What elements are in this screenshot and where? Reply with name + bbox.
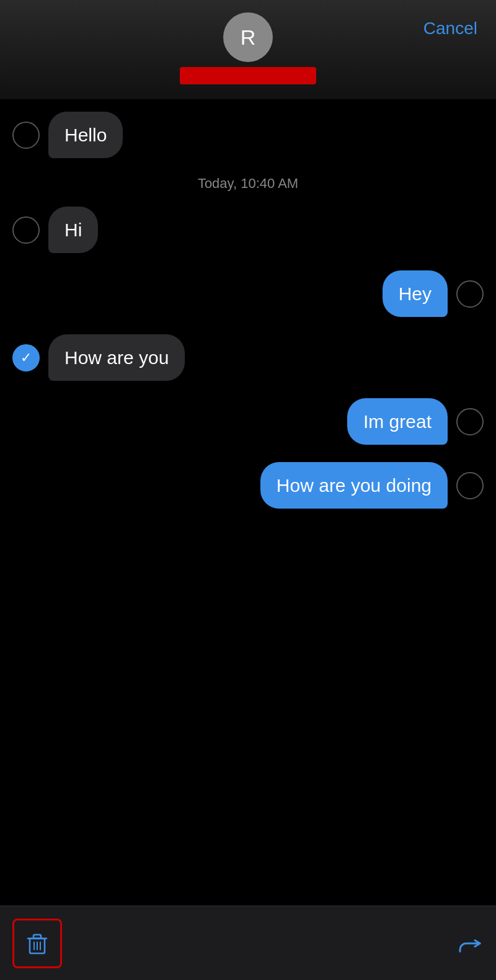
- timestamp: Today, 10:40 AM: [0, 176, 496, 192]
- table-row: Hi: [0, 207, 496, 253]
- select-circle-msg3[interactable]: [456, 280, 484, 308]
- avatar: R: [223, 12, 273, 62]
- delete-button[interactable]: [12, 919, 62, 968]
- message-bubble-msg2[interactable]: Hi: [48, 207, 98, 253]
- message-bubble-msg3[interactable]: Hey: [383, 270, 448, 317]
- table-row: Im great: [0, 398, 496, 445]
- select-circle-msg1[interactable]: [12, 122, 40, 149]
- share-icon: [453, 928, 484, 959]
- message-bubble-msg6[interactable]: How are you doing: [260, 462, 448, 509]
- message-text: How are you: [64, 347, 169, 368]
- message-text: How are you doing: [277, 475, 432, 496]
- table-row: ✓ How are you: [0, 334, 496, 381]
- bottom-toolbar: [0, 906, 496, 980]
- svg-rect-2: [33, 935, 41, 938]
- message-bubble-msg5[interactable]: Im great: [347, 398, 448, 445]
- message-text: Im great: [363, 411, 432, 432]
- select-circle-msg4[interactable]: ✓: [12, 344, 40, 372]
- message-text: Hello: [64, 125, 107, 145]
- trash-icon: [24, 930, 51, 957]
- messages-area: Hello Today, 10:40 AM Hi Hey ✓ How are y…: [0, 99, 496, 930]
- share-button[interactable]: [453, 928, 484, 959]
- header: R Cancel: [0, 0, 496, 99]
- message-text: Hi: [64, 220, 82, 240]
- message-bubble-msg4[interactable]: How are you: [48, 334, 185, 381]
- message-bubble-msg1[interactable]: Hello: [48, 112, 123, 158]
- checkmark-icon: ✓: [20, 351, 32, 365]
- avatar-initial: R: [241, 25, 256, 50]
- contact-name-bar: [180, 67, 316, 84]
- timestamp-text: Today, 10:40 AM: [198, 176, 298, 191]
- select-circle-msg5[interactable]: [456, 408, 484, 435]
- select-circle-msg2[interactable]: [12, 216, 40, 244]
- message-text: Hey: [399, 283, 432, 304]
- table-row: Hey: [0, 270, 496, 317]
- cancel-button[interactable]: Cancel: [423, 19, 477, 38]
- select-circle-msg6[interactable]: [456, 472, 484, 499]
- table-row: How are you doing: [0, 462, 496, 509]
- table-row: Hello: [0, 112, 496, 158]
